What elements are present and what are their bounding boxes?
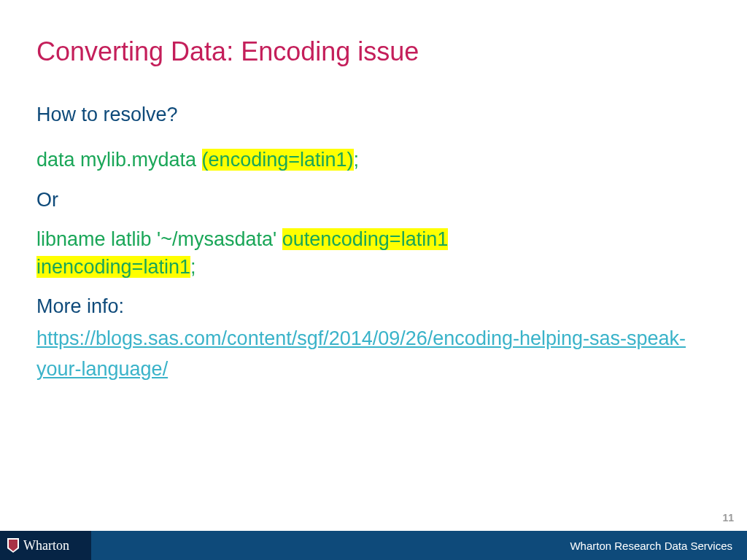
subtitle: How to resolve? — [36, 104, 711, 126]
or-text: Or — [36, 189, 711, 211]
slide-title: Converting Data: Encoding issue — [36, 36, 711, 67]
code-highlight-2b: inencoding=latin1 — [36, 256, 190, 278]
footer: Wharton Wharton Research Data Services — [0, 531, 747, 560]
info-link[interactable]: https://blogs.sas.com/content/sgf/2014/0… — [36, 327, 686, 380]
footer-text: Wharton Research Data Services — [570, 540, 732, 552]
page-number: 11 — [722, 512, 734, 524]
logo-text: Wharton — [23, 538, 69, 553]
wharton-logo: Wharton — [7, 538, 69, 553]
code-line-2: libname latlib '~/mysasdata' outencoding… — [36, 226, 711, 281]
code-line-1: data mylib.mydata (encoding=latin1); — [36, 147, 711, 174]
code-prefix-2: libname latlib '~/mysasdata' — [36, 228, 282, 250]
code-highlight-2a: outencoding=latin1 — [282, 228, 448, 250]
code-suffix-2: ; — [190, 256, 196, 278]
shield-icon — [7, 538, 19, 553]
more-info-label: More info: — [36, 295, 711, 318]
code-prefix-1: data mylib.mydata — [36, 149, 202, 171]
code-suffix-1: ; — [354, 149, 360, 171]
code-highlight-1: (encoding=latin1) — [202, 149, 354, 171]
